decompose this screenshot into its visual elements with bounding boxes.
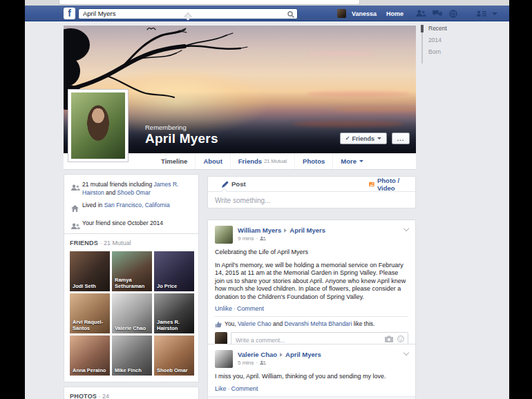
- friends-box-count: 21 Mutual: [104, 240, 131, 246]
- composer-tab-photo-video[interactable]: Photo / Video: [369, 177, 404, 192]
- mutual-friends-row: 21 mutual friends including James R. Hai…: [71, 181, 191, 197]
- smiley-icon[interactable]: [397, 335, 404, 342]
- action-separator: ·: [234, 305, 236, 312]
- facebook-logo[interactable]: f: [64, 8, 75, 19]
- post-target-link[interactable]: April Myers: [285, 351, 321, 358]
- likes-summary: William Myers likes this.: [208, 396, 415, 399]
- post-header: William MyersApril Myers 9 mins ·: [215, 226, 408, 244]
- chevron-down-icon: [377, 137, 381, 139]
- friend-name: Shoeb Omar: [157, 368, 193, 374]
- avatar[interactable]: [215, 332, 227, 344]
- post-text: I miss you, April. William, thinking of …: [215, 373, 408, 381]
- post-byline: William MyersApril Myers: [238, 226, 325, 234]
- chevron-down-icon: [359, 160, 363, 162]
- post-author-link[interactable]: Valerie Chao: [238, 351, 277, 358]
- friend-tile[interactable]: Jo Price: [154, 251, 194, 291]
- meta-separator: ·: [256, 360, 258, 366]
- friend-tile[interactable]: Arvi Raquel-Santos: [70, 293, 110, 333]
- status-input[interactable]: Write something...: [208, 192, 415, 209]
- more-options-button[interactable]: ...: [392, 133, 410, 144]
- avatar[interactable]: [337, 9, 346, 18]
- pencil-icon: [222, 181, 229, 188]
- topbar-right-cluster: Vanessa Home: [337, 6, 497, 21]
- timeline-nav-recent[interactable]: Recent: [421, 25, 447, 32]
- friends-box: FRIENDS · 21 Mutual Jodi Seth Ramya Seth…: [64, 233, 199, 382]
- friends-grid: Jodi Seth Ramya Sethuraman Jo Price Arvi…: [70, 251, 193, 376]
- account-menu-caret-icon[interactable]: [492, 12, 497, 15]
- search-icon[interactable]: [287, 11, 294, 18]
- photos-box-count: 24: [102, 393, 109, 399]
- city-link[interactable]: San Francisco, California: [104, 202, 170, 208]
- photos-box: PHOTOS · 24: [64, 387, 199, 399]
- action-separator: ·: [228, 385, 230, 392]
- post-author-link[interactable]: William Myers: [238, 226, 281, 234]
- mutual-friend-link[interactable]: Shoeb Omar: [117, 189, 151, 196]
- friend-name: Mike Finch: [115, 368, 151, 374]
- shared-with-friends-icon: [260, 236, 266, 241]
- post-timestamp[interactable]: 9 mins: [238, 235, 254, 242]
- friend-tile[interactable]: James R. Hairston: [154, 293, 194, 333]
- post-text-line: I miss you, April. William, thinking of …: [215, 373, 408, 381]
- tab-timeline[interactable]: Timeline: [153, 153, 195, 169]
- notifications-globe-icon[interactable]: [448, 10, 458, 18]
- friend-tile[interactable]: Valerie Chao: [112, 293, 152, 333]
- friend-tile[interactable]: Anna Peraino: [70, 335, 110, 376]
- browser-chrome-remnant: [25, 0, 509, 6]
- liker-link[interactable]: Valerie Chao: [238, 320, 272, 327]
- about-summary-box: 21 mutual friends including James R. Hai…: [64, 174, 199, 239]
- likes-and: and: [272, 320, 285, 327]
- post-timestamp[interactable]: 5 mins: [238, 360, 254, 366]
- friends-box-header: FRIENDS · 21 Mutual: [70, 240, 193, 246]
- mutual-friends-text: 21 mutual friends including James R. Hai…: [82, 181, 191, 197]
- facebook-page: f Vanessa Home: [25, 0, 509, 399]
- arrow-right-icon: [280, 353, 283, 357]
- mutual-friends-icon: [71, 181, 82, 197]
- tab-friends-count: 21 Mutual: [264, 158, 287, 164]
- friend-tile[interactable]: Jodi Seth: [70, 251, 110, 291]
- cover-buttons: ✓ Friends ...: [340, 133, 410, 144]
- timeline-nav-2014[interactable]: 2014: [421, 37, 447, 43]
- liker-link[interactable]: Devanshi Mehta Bhandari: [285, 320, 352, 327]
- friend-tile[interactable]: Ramya Sethuraman: [112, 251, 152, 291]
- comment-link[interactable]: Comment: [231, 385, 258, 392]
- tab-about[interactable]: About: [195, 153, 229, 169]
- composer-tabs: Post Photo / Video: [208, 177, 415, 192]
- home-link[interactable]: Home: [386, 10, 403, 17]
- messages-icon[interactable]: [432, 10, 442, 18]
- friend-name: Arvi Raquel-Santos: [73, 320, 108, 331]
- privacy-shortcuts-icon[interactable]: [476, 10, 486, 18]
- avatar[interactable]: [215, 350, 233, 368]
- friend-tile[interactable]: Mike Finch: [112, 335, 152, 376]
- like-link[interactable]: Like: [215, 385, 227, 392]
- post-composer: Post Photo / Video Write something...: [207, 176, 416, 208]
- camera-icon[interactable]: [385, 335, 393, 342]
- post-target-link[interactable]: April Myers: [289, 226, 325, 234]
- friend-tile[interactable]: Shoeb Omar: [154, 335, 194, 376]
- friends-button[interactable]: ✓ Friends: [340, 133, 387, 144]
- header-separator: ·: [99, 393, 101, 399]
- comment-link[interactable]: Comment: [237, 305, 264, 312]
- post-text-paragraph: In April's memory, we will be holding a …: [215, 262, 408, 302]
- tab-more[interactable]: More: [332, 153, 371, 169]
- tab-friends[interactable]: Friends 21 Mutual: [230, 153, 294, 169]
- browser-address-bar-remnant: [59, 0, 360, 5]
- friend-requests-icon[interactable]: [416, 10, 426, 18]
- friends-box-title[interactable]: FRIENDS: [70, 240, 98, 246]
- composer-tab-post[interactable]: Post: [215, 175, 358, 193]
- avatar[interactable]: [215, 226, 233, 244]
- likes-suffix: like this.: [352, 320, 374, 327]
- photo-icon: [369, 181, 374, 188]
- post-meta: 9 mins ·: [238, 235, 325, 242]
- post-header: Valerie ChaoApril Myers 5 mins ·: [215, 350, 408, 368]
- friend-name: Valerie Chao: [115, 326, 151, 332]
- friends-since-icon: [71, 220, 82, 233]
- shared-with-friends-icon: [260, 360, 266, 365]
- profile-picture[interactable]: [68, 89, 129, 162]
- unlike-link[interactable]: Unlike: [215, 305, 232, 312]
- timeline-nav-born[interactable]: Born: [421, 48, 447, 55]
- lived-in-prefix: Lived in: [82, 202, 104, 208]
- tab-photos[interactable]: Photos: [294, 153, 332, 169]
- photos-box-title[interactable]: PHOTOS: [70, 393, 97, 399]
- header-separator: ·: [99, 240, 102, 246]
- profile-link[interactable]: Vanessa: [352, 10, 377, 17]
